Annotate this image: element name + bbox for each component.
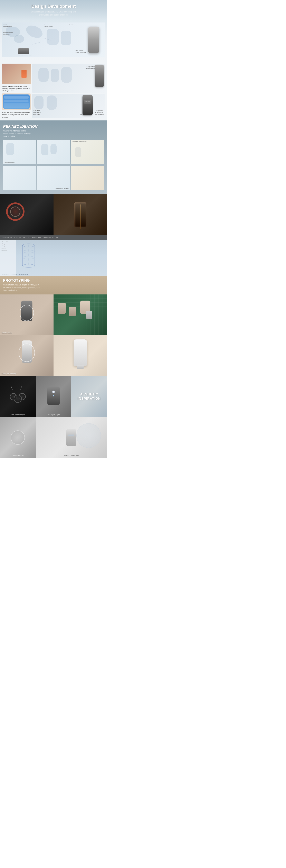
accent-label: Subtle Color Accents <box>36 455 107 456</box>
proto-image-grid: Size too bulky Edges are too sharp <box>0 294 107 376</box>
cad-toolbar: SECTION ▾ CREATE ▾ MODIFY ▾ ASSEMBLE ▾ C… <box>0 235 107 240</box>
two-inhaler-label: Two Inhaler for portability <box>56 188 69 189</box>
led-device <box>47 386 60 405</box>
aesthetic-title: AESHETIC INSPIRATION <box>71 393 107 401</box>
refined-sketch-1: Filter & Mass Meter <box>3 140 36 164</box>
needle-1 <box>11 386 13 390</box>
research-section: Inhaler misuse usually due to not follow… <box>0 62 107 120</box>
model-cell-br: SECTION ▾ CREATE ▾ MODIFY ▾ ASSEMBLE ▾ C… <box>0 235 107 276</box>
proto-subtitle: Made sketch models, digital models, and3… <box>3 284 40 292</box>
proto-cell-bl: Edges are too sharp <box>0 335 53 376</box>
print-2 <box>69 307 76 316</box>
annotation-pushdown: Push down <box>69 24 75 26</box>
small-device-label: Mini inhaler can easily attach <box>19 54 31 56</box>
refined-sketch-5: Two Inhaler for portability <box>37 166 70 190</box>
model-cell-tl <box>0 194 53 235</box>
device-render-r <box>95 65 104 87</box>
aes-subtle-accents: Subtle Color Accents <box>36 417 107 458</box>
detachable-cap-label: Detachable Bluetooth Cap <box>72 141 86 143</box>
visuals-label: Using visualsto aid timingand technique <box>95 110 104 115</box>
header-section: Design Development Multiple stages of id… <box>0 0 107 21</box>
inner-ring <box>10 207 21 217</box>
cad-menu: SECTION ▾ CREATE ▾ MODIFY ▾ ASSEMBLE ▾ C… <box>2 237 58 239</box>
proto-cell-tr <box>53 294 107 335</box>
aes-comfortable-hold: Comfortable hold <box>0 417 36 458</box>
apps-caption: There are apps that detect if you have i… <box>2 111 31 118</box>
screen-label: ← Screen <box>33 110 40 111</box>
aesthetic-section: Time Meter Designs LED Signal Lights AES… <box>0 376 107 458</box>
circle-annotation-2 <box>19 343 35 362</box>
refined-sketch-3: Detachable Bluetooth Cap <box>71 140 104 164</box>
comfortable-label: Comfortable hold <box>0 455 36 456</box>
cad-side-panel: ▶ Named Views ▶ Simple ▶ Origin ▶ Bodies… <box>0 240 16 276</box>
comfortable-hold-shape <box>11 430 25 445</box>
model-cell-tr <box>53 194 107 235</box>
mouthpiece-label: Mouthpiecepulls down <box>33 112 41 115</box>
annotation-mason: Mason Wristbandadministration <box>3 32 13 35</box>
refined-title: REFINED IDEATION <box>3 125 104 129</box>
bulky-label: Size too bulky <box>2 332 12 334</box>
print-4 <box>86 311 92 319</box>
sketch-area-top: Workflowinhaler features Mason Wristband… <box>2 23 105 57</box>
header-subtitle: Multiple stages of ideation, 3D CAD mode… <box>8 10 99 17</box>
page-title: Design Development <box>8 4 99 9</box>
panel-label-3: ▶ Origin <box>1 245 15 247</box>
aes-time-meter: Time Meter Designs <box>0 376 36 417</box>
circle-annotation-1 <box>20 305 34 321</box>
inhale-text: INHALE <box>84 100 91 104</box>
inhaler-object <box>22 70 27 78</box>
annotation-cap: Innovative cap iseasy to detach <box>44 24 54 28</box>
refined-sketches-grid: Filter & Mass Meter Detachable Bluetooth… <box>3 140 104 190</box>
annotation-workflow: Workflowinhaler features <box>3 24 12 28</box>
app-screen <box>3 94 30 109</box>
refined-subtitle: Making the interface on theinhaler easie… <box>3 130 36 138</box>
led-light-2 <box>53 395 55 396</box>
product-render-1 <box>88 27 99 53</box>
refined-ideation-section: REFINED IDEATION Making the interface on… <box>0 120 107 194</box>
proto-cell-tl: Size too bulky <box>0 294 53 335</box>
print-1 <box>58 303 66 314</box>
filter-label: Filter & Mass Meter <box>4 162 14 163</box>
accent-circle <box>76 423 101 448</box>
app-photo <box>2 93 31 110</box>
final-proto-device <box>74 339 87 366</box>
sketch-lower: ← Screen Mouthpiecepulls down INHALE Usi… <box>32 94 105 118</box>
panel-label-5: ▶ Sketches <box>1 249 15 251</box>
panel-label-4: ▶ Bodies <box>1 247 15 249</box>
section-line <box>80 205 81 229</box>
inhale-device-render: INHALE <box>82 95 93 115</box>
cad-wireframe-svg <box>12 241 45 270</box>
refined-sketch-4 <box>3 166 36 190</box>
research-left-column: Inhaler misuse usually due to not follow… <box>2 64 31 118</box>
proto-header-text: PROTOTYPING Made sketch models, digital … <box>3 279 40 292</box>
annotation-button: Push button toaccess mouthpiece <box>76 50 86 53</box>
sketch-section-1: Workflowinhaler features Mason Wristband… <box>0 21 107 62</box>
sharp-label: Edges are too sharp <box>2 373 16 375</box>
prototyping-section: PROTOTYPING Made sketch models, digital … <box>0 276 107 376</box>
panel-label: ▶ Named Views <box>1 241 15 243</box>
panel-label-2: ▶ Simple <box>1 243 15 245</box>
model-section: SECTION ▾ CREATE ▾ MODIFY ▾ ASSEMBLE ▾ C… <box>0 194 107 276</box>
aes-led-lights: LED Signal Lights <box>36 376 71 417</box>
inhaler-photo <box>2 64 31 84</box>
inhaler-misuse-caption: Inhaler misuse usually due to not follow… <box>2 85 31 92</box>
accent-product <box>66 429 76 446</box>
gauge-3 <box>14 395 22 403</box>
refined-sketch-2 <box>37 140 70 164</box>
needle-2 <box>21 386 22 390</box>
mouthpiece <box>77 365 84 369</box>
cutting-mat <box>53 294 107 335</box>
research-right-column: An app to aid correct technique and moni… <box>32 64 105 118</box>
led-label: LED Signal Lights <box>36 414 71 415</box>
proto-header: PROTOTYPING Made sketch models, digital … <box>0 276 107 294</box>
proto-cell-br <box>53 335 107 376</box>
refined-sketch-6 <box>71 166 104 190</box>
aes-header-cell: AESHETIC INSPIRATION <box>71 376 107 417</box>
small-device-sketch <box>18 48 29 54</box>
led-light <box>52 391 55 393</box>
accent-ring <box>68 435 74 436</box>
time-meter-label: Time Meter Designs <box>0 414 36 415</box>
sketch-upper: An app to aid correct technique and moni… <box>32 64 105 93</box>
proto-title: PROTOTYPING <box>3 279 40 283</box>
